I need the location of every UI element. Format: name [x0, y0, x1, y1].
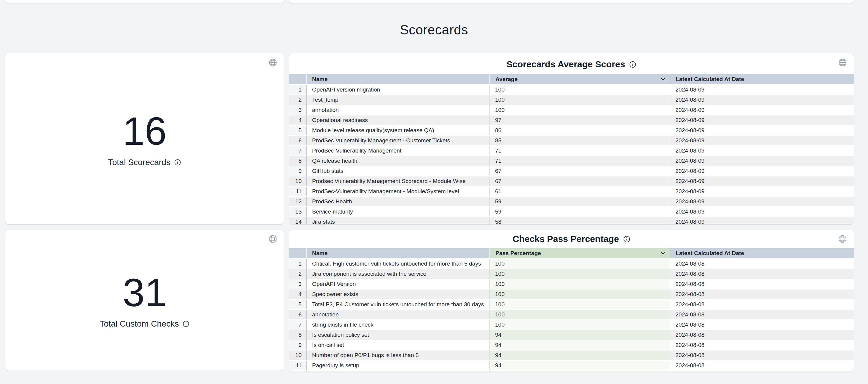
table-row: 10Prodsec Vulnerability Management Score…	[289, 176, 854, 186]
row-number-cell: 4	[289, 289, 306, 299]
table-row: 3OpenAPI Version1002024-08-08	[289, 279, 854, 289]
row-number-cell: 9	[289, 166, 306, 176]
name-cell: OpenAPI version migration	[306, 85, 489, 95]
row-number-cell: 9	[289, 340, 306, 350]
column-header-average[interactable]: Average	[489, 74, 670, 84]
row-number-cell: 3	[289, 105, 306, 115]
date-cell: 2024-08-09	[670, 126, 854, 135]
stat-label: Total Scorecards	[108, 158, 182, 167]
row-number-cell: 5	[289, 300, 306, 309]
table-row: 4Operational readiness972024-08-09	[289, 115, 854, 125]
column-header-latest-calculated-at-date[interactable]: Latest Calculated At Date	[670, 248, 854, 258]
name-cell: Is on-call set	[306, 340, 489, 350]
row-number-cell: 1	[289, 85, 306, 95]
stat-label-text: Total Custom Checks	[100, 319, 179, 329]
row-number-cell: 7	[289, 320, 306, 329]
name-cell: Number of open P0/P1 bugs is less than 5	[306, 350, 489, 360]
info-circle-icon[interactable]	[174, 159, 181, 166]
date-cell: 2024-08-09	[670, 105, 854, 115]
info-circle-icon[interactable]	[182, 320, 190, 327]
chevron-down-icon[interactable]	[660, 76, 666, 82]
row-number-cell: 14	[289, 217, 306, 224]
value-cell: 100	[489, 279, 670, 289]
row-number-cell: 12	[289, 197, 306, 206]
date-cell: 2024-08-09	[670, 95, 854, 105]
row-number-cell: 10	[289, 350, 306, 360]
table-header: NameAverageLatest Calculated At Date	[289, 74, 854, 84]
row-number-header-cell	[289, 74, 306, 84]
date-cell: 2024-08-09	[670, 166, 854, 176]
table-row: 2Jira component is associated with the s…	[289, 269, 854, 279]
date-cell: 2024-08-08	[670, 350, 854, 360]
column-header-pass-percentage[interactable]: Pass Percentage	[489, 248, 670, 258]
value-cell: 94	[489, 361, 670, 370]
column-header-latest-calculated-at-date[interactable]: Latest Calculated At Date	[670, 74, 854, 84]
table-row: 8QA release health712024-08-09	[289, 155, 854, 166]
date-cell: 2024-08-08	[670, 269, 854, 279]
date-cell: 2024-08-08	[670, 340, 854, 350]
row-number-cell: 6	[289, 310, 306, 319]
value-cell: 100	[489, 259, 670, 269]
row-number-cell	[289, 371, 306, 372]
value-cell: 86	[489, 126, 670, 135]
name-cell: Total P3, P4 Customer vuln tickets untou…	[306, 300, 489, 309]
table-row: 5Module level release quality(system rel…	[289, 125, 854, 135]
row-number-cell: 13	[289, 207, 306, 216]
name-cell: Jira component is associated with the se…	[306, 269, 489, 279]
value-cell: 67	[489, 166, 670, 176]
row-number-cell: 2	[289, 95, 306, 105]
chevron-down-icon[interactable]	[660, 250, 666, 256]
name-cell: QA release health	[306, 156, 489, 166]
stat-value: 31	[123, 272, 167, 314]
total-scorecards-panel: 16 Total Scorecards	[5, 53, 284, 224]
info-circle-icon[interactable]	[623, 235, 630, 243]
column-header-name[interactable]: Name	[306, 74, 489, 84]
name-cell: ProdSec-Vulnerability Management - Modul…	[306, 187, 489, 196]
name-cell: ProdSec-Vulnerability Management	[306, 146, 489, 155]
name-cell: Test_temp	[306, 95, 489, 105]
stat-value: 16	[123, 110, 167, 152]
table-row: 4Spec owner exists1002024-08-08	[289, 289, 854, 299]
name-cell: ProdSec Health	[306, 197, 489, 206]
value-cell: 71	[489, 146, 670, 155]
row-number-cell: 11	[289, 361, 306, 370]
date-cell: 2024-08-08	[670, 259, 854, 269]
stat-label: Total Custom Checks	[100, 319, 190, 329]
stat-label-text: Total Scorecards	[108, 158, 171, 167]
scorecards-average-scores-table: NameAverageLatest Calculated At Date1Ope…	[289, 74, 854, 224]
clipped-panel-above-left	[5, 0, 284, 3]
table-row: 9GitHub stats672024-08-09	[289, 166, 854, 176]
table-row: 14Jira stats582024-08-09	[289, 216, 854, 224]
row-number-cell: 11	[289, 187, 306, 196]
row-number-cell: 3	[289, 279, 306, 289]
name-cell: Spec owner exists	[306, 289, 489, 299]
globe-icon	[838, 58, 847, 67]
table-row: 10Number of open P0/P1 bugs is less than…	[289, 350, 854, 360]
table-title-text: Scorecards Average Scores	[506, 59, 625, 69]
name-cell: OpenAPI Version	[306, 279, 489, 289]
table-row: 1Critical, High customer vuln tickets un…	[289, 258, 854, 269]
checks-pass-percentage-table: NamePass PercentageLatest Calculated At …	[289, 248, 854, 372]
table-title: Checks Pass Percentage	[289, 230, 854, 248]
value-cell: 100	[489, 269, 670, 279]
name-cell: Is escalation policy set	[306, 330, 489, 340]
table-row: 8Is escalation policy set942024-08-08	[289, 329, 854, 340]
clipped-panel-above-right	[289, 0, 854, 3]
row-number-cell: 2	[289, 269, 306, 279]
table-row: 9Is on-call set942024-08-08	[289, 340, 854, 350]
value-cell: 100	[489, 105, 670, 115]
name-cell: Pagerduty is setup	[306, 361, 489, 370]
date-cell: 2024-08-09	[670, 156, 854, 166]
table-row: 5Total P3, P4 Customer vuln tickets unto…	[289, 299, 854, 309]
value-cell: 100	[489, 320, 670, 329]
table-row-partial	[289, 370, 854, 372]
column-header-name[interactable]: Name	[306, 248, 489, 258]
value-cell: 61	[489, 187, 670, 196]
row-number-cell: 7	[289, 146, 306, 155]
info-circle-icon[interactable]	[629, 61, 637, 68]
value-cell: 94	[489, 340, 670, 350]
name-cell: Prodsec Vulnerability Management Scoreca…	[306, 176, 489, 186]
page-title: Scorecards	[0, 23, 868, 37]
date-cell: 2024-08-09	[670, 146, 854, 155]
table-row: 11Pagerduty is setup942024-08-08	[289, 360, 854, 370]
